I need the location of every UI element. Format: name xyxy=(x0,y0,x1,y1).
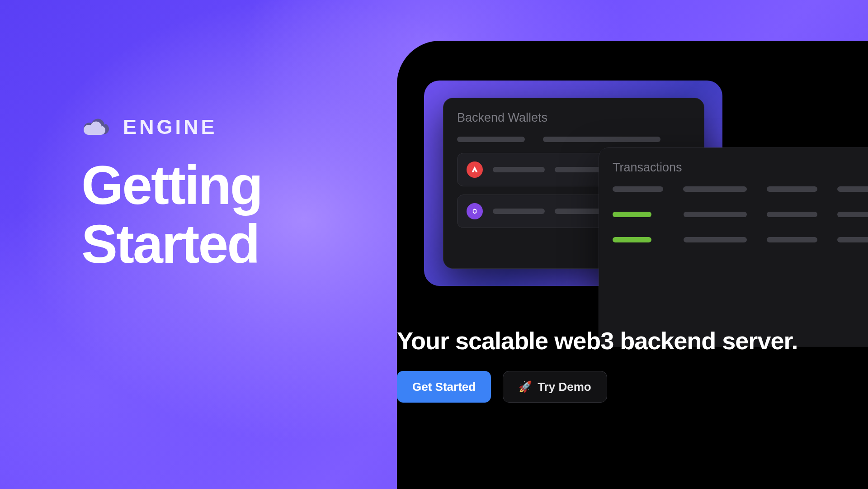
placeholder-bar xyxy=(613,186,663,192)
status-bar-green xyxy=(613,237,651,242)
tx-header-row xyxy=(613,186,868,192)
hero-left-column: ENGINE Getting Started xyxy=(81,115,262,273)
placeholder-bar xyxy=(767,186,817,192)
placeholder-bar xyxy=(457,137,525,142)
wallets-panel-title: Backend Wallets xyxy=(457,111,690,125)
hero-title-line1: Getting xyxy=(81,156,262,215)
rocket-icon: 🚀 xyxy=(519,380,532,393)
transactions-panel: Transactions xyxy=(599,147,868,347)
placeholder-bar xyxy=(493,167,545,172)
polygon-icon xyxy=(467,203,483,219)
placeholder-bar xyxy=(493,209,545,214)
wallets-header-row xyxy=(457,137,690,142)
try-demo-label: Try Demo xyxy=(538,380,591,394)
get-started-label: Get Started xyxy=(412,380,476,394)
hero-art: Backend Wallets Transactions xyxy=(424,81,858,298)
cloud-icon xyxy=(81,116,111,138)
tx-panel-title: Transactions xyxy=(613,161,868,175)
placeholder-bar xyxy=(684,237,747,242)
brand-label: ENGINE xyxy=(123,115,217,139)
placeholder-bar xyxy=(684,212,747,217)
placeholder-bar xyxy=(683,186,747,192)
hero-title: Getting Started xyxy=(81,156,262,273)
brand-row: ENGINE xyxy=(81,115,262,139)
tx-data-row xyxy=(613,237,868,242)
tagline: Your scalable web3 backend server. xyxy=(397,327,797,355)
placeholder-bar xyxy=(837,186,868,192)
placeholder-bar xyxy=(543,137,660,142)
get-started-button[interactable]: Get Started xyxy=(397,371,491,403)
status-bar-green xyxy=(613,212,651,217)
placeholder-bar xyxy=(837,212,868,217)
placeholder-bar xyxy=(767,212,817,217)
try-demo-button[interactable]: 🚀 Try Demo xyxy=(503,371,607,403)
cta-row: Get Started 🚀 Try Demo xyxy=(397,371,607,403)
device-mock: Backend Wallets Transactions xyxy=(397,41,868,489)
tx-data-row xyxy=(613,212,868,217)
hero-title-line2: Started xyxy=(81,215,262,274)
avalanche-icon xyxy=(467,161,483,178)
placeholder-bar xyxy=(767,237,817,242)
placeholder-bar xyxy=(837,237,868,242)
